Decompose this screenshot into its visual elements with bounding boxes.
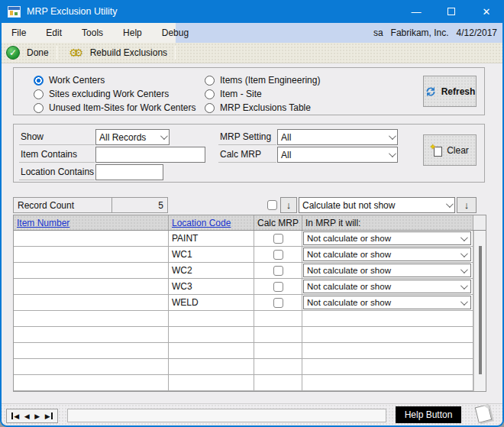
show-dropdown[interactable]: All Records <box>95 129 170 145</box>
menu-file[interactable]: File <box>11 27 26 38</box>
table-row[interactable]: WC2 Not calculate or show <box>14 263 473 279</box>
chevron-down-icon <box>460 298 468 306</box>
table-row[interactable] <box>14 375 473 391</box>
company-name[interactable]: Fabrikam, Inc. <box>391 27 449 38</box>
table-row[interactable]: WC3 Not calculate or show <box>14 279 473 295</box>
calc-mrp-checkbox[interactable] <box>273 266 283 276</box>
app-icon <box>8 6 21 18</box>
apply-checkbox-down-button[interactable]: ↓ <box>280 197 297 213</box>
header-in-mrp: In MRP it will: <box>302 215 473 230</box>
item-number-cell[interactable] <box>14 247 169 262</box>
table-row[interactable] <box>14 359 473 375</box>
radio-icon[interactable] <box>34 89 44 99</box>
table-scrollbar[interactable] <box>473 231 486 391</box>
chevron-down-icon <box>460 234 468 241</box>
app-window: MRP Exclusion Utility — ✕ File Edit Tool… <box>0 0 504 427</box>
rebuild-exclusions-button[interactable]: Rebuild Exclusions <box>90 47 167 58</box>
system-date[interactable]: 4/12/2017 <box>457 27 497 38</box>
item-number-cell[interactable] <box>14 279 169 294</box>
calc-mrp-checkbox[interactable] <box>273 298 283 308</box>
header-item-number[interactable]: Item Number <box>14 215 169 230</box>
radio-icon[interactable] <box>205 89 215 99</box>
location-cell[interactable]: PAINT <box>169 231 254 246</box>
action-toolbar: ✓ Done ⚙⚙ Rebuild Exclusions <box>0 43 504 63</box>
table-header: Item Number Location Code Calc MRP In MR… <box>14 215 486 231</box>
table-body: PAINT Not calculate or show WC1 Not calc… <box>14 231 473 391</box>
row-action-value: Not calculate or show <box>307 250 391 259</box>
radio-mrp-exclusions-table[interactable]: MRP Exclusions Table <box>205 102 311 113</box>
row-action-dropdown[interactable]: Not calculate or show <box>303 296 471 309</box>
radio-sites-excluding[interactable]: Sites excluding Work Centers <box>34 89 169 99</box>
view-options-group: Work Centers Sites excluding Work Center… <box>13 67 485 115</box>
location-cell[interactable] <box>169 327 254 342</box>
minimize-button[interactable]: — <box>399 0 434 23</box>
last-record-button[interactable]: ▶ <box>45 412 53 420</box>
radio-items-engineering[interactable]: Items (Item Engineering) <box>205 75 320 86</box>
bulk-calc-mrp-checkbox[interactable] <box>267 200 277 210</box>
chevron-down-icon <box>389 132 396 140</box>
menu-help[interactable]: Help <box>123 27 142 38</box>
menu-edit[interactable]: Edit <box>46 27 62 38</box>
bulk-action-dropdown[interactable]: Calculate but not show <box>299 197 455 213</box>
menu-debug[interactable]: Debug <box>162 27 189 38</box>
table-row[interactable]: WELD Not calculate or show <box>14 295 473 311</box>
apply-action-down-button[interactable]: ↓ <box>457 197 477 213</box>
clear-button[interactable]: ✦ Clear <box>423 134 477 166</box>
item-number-cell[interactable] <box>14 327 169 342</box>
record-count-label: Record Count <box>13 197 112 213</box>
location-cell[interactable]: WC2 <box>169 263 254 278</box>
radio-icon[interactable] <box>205 76 215 86</box>
title-bar: MRP Exclusion Utility — ✕ <box>0 0 504 23</box>
table-row[interactable]: WC1 Not calculate or show <box>14 247 473 263</box>
location-cell[interactable] <box>169 375 254 390</box>
radio-item-site[interactable]: Item - Site <box>205 89 262 99</box>
location-cell[interactable] <box>169 343 254 358</box>
radio-icon[interactable] <box>34 103 44 113</box>
done-button[interactable]: Done <box>27 47 49 58</box>
item-number-cell[interactable] <box>14 295 169 310</box>
previous-record-button[interactable]: ◀ <box>24 412 30 420</box>
help-page-icon[interactable] <box>475 404 493 423</box>
location-cell[interactable]: WELD <box>169 295 254 310</box>
item-number-cell[interactable] <box>14 343 169 358</box>
calc-mrp-checkbox[interactable] <box>273 250 283 260</box>
radio-unused-item-sites[interactable]: Unused Item-Sites for Work Centers <box>34 102 196 113</box>
item-number-cell[interactable] <box>14 375 169 390</box>
chevron-down-icon <box>460 282 468 290</box>
next-record-button[interactable]: ▶ <box>34 412 40 420</box>
location-cell[interactable]: WC1 <box>169 247 254 262</box>
location-cell[interactable] <box>169 311 254 326</box>
calc-mrp-checkbox[interactable] <box>273 234 283 244</box>
refresh-button[interactable]: Refresh <box>423 76 477 107</box>
item-number-cell[interactable] <box>14 311 169 326</box>
table-row[interactable] <box>14 311 473 327</box>
item-number-cell[interactable] <box>14 231 169 246</box>
item-number-cell[interactable] <box>14 263 169 278</box>
table-row[interactable]: PAINT Not calculate or show <box>14 231 473 247</box>
mrp-setting-dropdown[interactable]: All <box>277 129 398 145</box>
first-record-button[interactable]: ◀ <box>11 412 19 420</box>
clear-label: Clear <box>447 145 469 156</box>
maximize-button[interactable] <box>434 0 469 23</box>
menu-tools[interactable]: Tools <box>82 27 103 38</box>
location-cell[interactable]: WC3 <box>169 279 254 294</box>
radio-work-centers[interactable]: Work Centers <box>34 75 105 86</box>
scrollbar-thumb[interactable] <box>479 246 482 374</box>
item-number-cell[interactable] <box>14 359 169 374</box>
calc-mrp-checkbox[interactable] <box>273 282 283 292</box>
location-cell[interactable] <box>169 359 254 374</box>
row-action-dropdown[interactable]: Not calculate or show <box>303 280 471 293</box>
row-action-dropdown[interactable]: Not calculate or show <box>303 231 471 245</box>
calc-mrp-dropdown[interactable]: All <box>277 147 398 163</box>
row-action-dropdown[interactable]: Not calculate or show <box>303 264 471 277</box>
item-contains-input[interactable] <box>95 147 205 163</box>
row-action-dropdown[interactable]: Not calculate or show <box>303 247 471 261</box>
location-contains-input[interactable] <box>95 164 163 180</box>
radio-icon[interactable] <box>205 103 215 113</box>
close-button[interactable]: ✕ <box>469 0 504 23</box>
header-location-code[interactable]: Location Code <box>169 215 254 230</box>
radio-icon[interactable] <box>34 76 44 86</box>
chevron-down-icon <box>460 266 468 273</box>
table-row[interactable] <box>14 327 473 343</box>
table-row[interactable] <box>14 343 473 359</box>
